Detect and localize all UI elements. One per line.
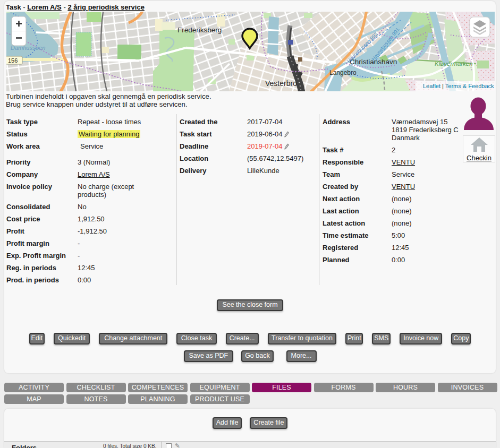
svg-text:Vesterbro: Vesterbro <box>265 79 297 88</box>
svg-text:Leaflet | Terms & Feedback: Leaflet | Terms & Feedback <box>423 83 494 89</box>
svg-text:Frederiksberg: Frederiksberg <box>177 26 222 34</box>
svg-text:Langebro: Langebro <box>329 69 357 76</box>
svg-text:Kløvermarken: Kløvermarken <box>435 61 473 67</box>
svg-text:156: 156 <box>8 57 18 64</box>
